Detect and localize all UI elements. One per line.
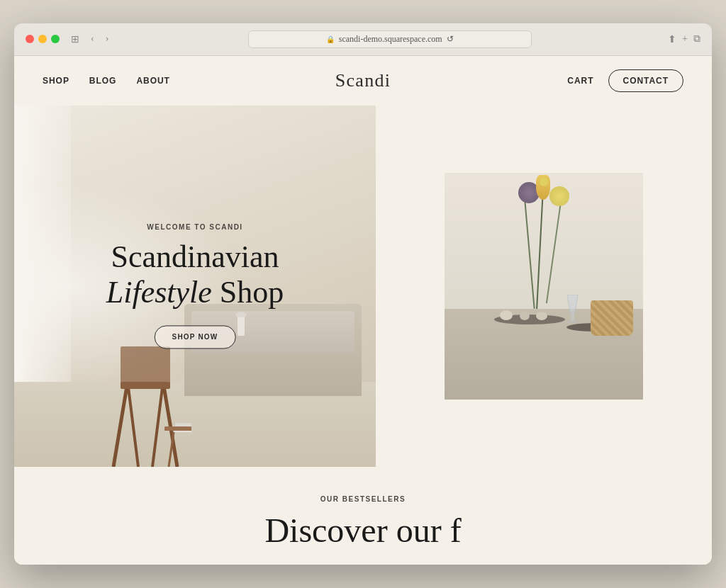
browser-window: ⊞ ‹ › 🔒 scandi-demo.squarespace.com ↺ ⬆ …: [14, 23, 712, 565]
navbar: SHOP BLOG ABOUT Scandi CART CONTACT: [14, 56, 712, 106]
contact-button[interactable]: CONTACT: [608, 69, 684, 92]
nav-shop[interactable]: SHOP: [43, 76, 69, 86]
svg-rect-14: [571, 312, 574, 321]
new-tab-icon[interactable]: +: [682, 33, 688, 45]
headline-normal: Shop: [212, 276, 284, 310]
bottom-section: OUR BESTSELLERS Discover our f: [14, 467, 712, 565]
address-bar[interactable]: 🔒 scandi-demo.squarespace.com ↺: [248, 30, 532, 48]
shop-now-button[interactable]: SHOP NOW: [155, 325, 236, 349]
hero-right-panel: [376, 106, 712, 467]
share-icon[interactable]: ⬆: [668, 33, 676, 45]
maximize-button[interactable]: [51, 35, 60, 43]
hero-section: WELCOME TO SCANDI Scandinavian Lifestyle…: [14, 106, 712, 467]
svg-rect-15: [567, 321, 578, 322]
nav-left: SHOP BLOG ABOUT: [43, 76, 170, 86]
bestsellers-label: OUR BESTSELLERS: [43, 495, 683, 503]
url-text: scandi-demo.squarespace.com: [339, 34, 442, 45]
stone-2: [520, 312, 530, 320]
hero-text-overlay: WELCOME TO SCANDI Scandinavian Lifestyle…: [106, 223, 284, 349]
website: SHOP BLOG ABOUT Scandi CART CONTACT: [14, 56, 712, 565]
cart-link[interactable]: CART: [567, 76, 593, 86]
site-title[interactable]: Scandi: [335, 70, 391, 91]
traffic-lights: [26, 35, 60, 43]
discover-text: Discover our f: [43, 510, 683, 551]
tabs-icon[interactable]: ⧉: [693, 33, 700, 45]
browser-chrome: ⊞ ‹ › 🔒 scandi-demo.squarespace.com ↺ ⬆ …: [14, 23, 712, 56]
forward-button[interactable]: ›: [103, 32, 112, 46]
glass-illustration: [564, 295, 581, 327]
stone-3: [536, 312, 547, 320]
sidebar-toggle-icon[interactable]: ⊞: [68, 32, 82, 47]
svg-line-3: [152, 382, 163, 467]
welcome-label: WELCOME TO SCANDI: [106, 223, 284, 231]
svg-line-0: [113, 382, 128, 467]
stone-1: [500, 310, 513, 320]
flowers-image-content: [445, 173, 643, 400]
close-button[interactable]: [26, 35, 34, 43]
basket-element: [591, 300, 633, 336]
svg-rect-10: [164, 426, 191, 431]
reload-icon[interactable]: ↺: [447, 34, 454, 45]
svg-line-2: [128, 382, 138, 467]
nav-blog[interactable]: BLOG: [89, 76, 117, 86]
petal-extra: [540, 178, 548, 186]
headline-line1: Scandinavian: [111, 239, 279, 274]
svg-rect-5: [121, 346, 170, 385]
back-button[interactable]: ‹: [88, 32, 97, 46]
flowers-photo: [445, 173, 643, 400]
browser-actions: ⬆ + ⧉: [668, 33, 700, 45]
nav-right: CART CONTACT: [567, 69, 683, 92]
headline: Scandinavian Lifestyle Shop: [106, 239, 284, 311]
nav-about[interactable]: ABOUT: [136, 76, 169, 86]
lock-icon: 🔒: [326, 35, 335, 43]
headline-italic: Lifestyle: [106, 276, 212, 310]
hero-left-panel: WELCOME TO SCANDI Scandinavian Lifestyle…: [14, 106, 376, 467]
minimize-button[interactable]: [38, 35, 47, 43]
browser-controls: ⊞ ‹ ›: [68, 32, 111, 47]
svg-marker-13: [567, 295, 578, 312]
